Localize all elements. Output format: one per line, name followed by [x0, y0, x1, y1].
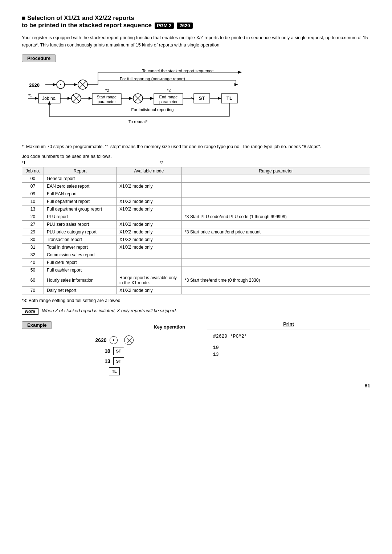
table-cell: X1/X2 mode only	[117, 244, 182, 251]
svg-text:*1: *1	[28, 93, 32, 98]
table-cell: 29	[22, 228, 44, 236]
table-row: 40Full clerk report	[22, 259, 370, 266]
key-row-tl: TL	[109, 367, 120, 375]
procedure-diagram: To cancel the stacked report sequence 26…	[22, 66, 370, 139]
table-cell	[117, 251, 182, 259]
x-key-example	[124, 335, 134, 345]
svg-marker-19	[234, 83, 238, 86]
table-cell	[182, 175, 370, 183]
table-row: 29PLU price category reportX1/X2 mode on…	[22, 228, 370, 236]
table-cell: 70	[22, 287, 44, 294]
note-text: When Z of stacked report is initiated, X…	[42, 308, 177, 313]
table-cell	[182, 251, 370, 259]
table-cell	[182, 259, 370, 266]
note-label: Note	[22, 308, 38, 315]
svg-marker-22	[35, 97, 38, 100]
svg-text:End range: End range	[159, 95, 178, 99]
table-row: 07EAN zero sales reportX1/X2 mode only	[22, 183, 370, 190]
svg-text:2620: 2620	[29, 82, 40, 88]
table-cell: 40	[22, 259, 44, 266]
svg-text:parameter: parameter	[98, 99, 116, 104]
title-line2: to be printed in the stacked report sequ…	[22, 22, 370, 29]
table-star1: *1	[22, 160, 25, 165]
svg-marker-37	[129, 97, 133, 100]
table-cell: Commission sales report	[44, 251, 117, 259]
table-cell: PLU report	[44, 213, 117, 221]
st-key-2: ST	[113, 357, 124, 365]
note-section: Note When Z of stacked report is initiat…	[22, 308, 370, 315]
table-row: 00General report	[22, 175, 370, 183]
table-cell: Daily net report	[44, 287, 117, 294]
table-cell: General report	[44, 175, 117, 183]
svg-marker-10	[74, 83, 78, 86]
table-cell: Hourly sales information	[44, 274, 117, 287]
table-cell: 31	[22, 244, 44, 251]
example-label: Example	[22, 321, 52, 329]
key-10: 10	[105, 348, 110, 354]
table-cell: X1/X2 mode only	[117, 287, 182, 294]
svg-marker-26	[68, 97, 71, 100]
print-line3: 13	[213, 352, 364, 357]
table-cell	[182, 287, 370, 294]
st-key-1: ST	[113, 347, 124, 355]
table-cell: 60	[22, 274, 44, 287]
key-row-13: 13 ST	[105, 357, 124, 365]
footnote1: *: Maximum 70 steps are programmable. "1…	[22, 143, 370, 150]
svg-text:To repeat*: To repeat*	[128, 119, 148, 124]
table-cell: EAN zero sales report	[44, 183, 117, 190]
title-line1: ■ Selection of X1/Z1 and X2/Z2 reports	[22, 15, 370, 22]
print-label: Print	[283, 321, 294, 327]
svg-text:•: •	[60, 82, 62, 87]
col-header-jobno: Job no.	[22, 167, 44, 175]
print-output: #2620 *PGM2* 10 13	[207, 330, 370, 373]
table-row: 31Total in drawer reportX1/X2 mode only	[22, 244, 370, 251]
table-row: 60Hourly sales informationRange report i…	[22, 274, 370, 287]
svg-text:parameter: parameter	[159, 99, 177, 104]
table-row: 30Transaction reportX1/X2 mode only	[22, 236, 370, 244]
table-cell	[182, 190, 370, 198]
table-cell: 09	[22, 190, 44, 198]
svg-text:ST: ST	[199, 95, 205, 101]
key-operation-label: Key operation	[154, 324, 185, 330]
example-section: Example Key operation 2620 • 10 ST	[22, 321, 370, 375]
pgm2-badge: PGM 2	[155, 23, 173, 29]
table-cell: 32	[22, 251, 44, 259]
table-cell: Full department report	[44, 198, 117, 205]
table-cell: X1/X2 mode only	[117, 183, 182, 190]
svg-text:For individual reporting: For individual reporting	[131, 107, 174, 112]
col-header-report: Report	[44, 167, 117, 175]
table-cell	[117, 259, 182, 266]
table-cell: *3 Start time/end time (0 through 2330)	[182, 274, 370, 287]
footnote3: *3: Both range setting and full setting …	[22, 298, 370, 303]
table-cell	[182, 221, 370, 228]
svg-marker-52	[218, 97, 221, 100]
table-row: 09Full EAN report	[22, 190, 370, 198]
table-cell: *3 Start price amount/end price amount	[182, 228, 370, 236]
table-row: 27PLU zero sales reportX1/X2 mode only	[22, 221, 370, 228]
key-row-10: 10 ST	[105, 347, 124, 355]
svg-marker-42	[150, 97, 154, 100]
print-line2: 10	[213, 345, 364, 350]
table-cell: 20	[22, 213, 44, 221]
svg-marker-31	[89, 97, 92, 100]
table-cell: *3 Start PLU code/end PLU code (1 throug…	[182, 213, 370, 221]
report-table: Job no. Report Available mode Range para…	[22, 167, 370, 294]
table-cell: 27	[22, 221, 44, 228]
table-cell: Full EAN report	[44, 190, 117, 198]
table-cell: 07	[22, 183, 44, 190]
svg-text:*2: *2	[105, 88, 109, 93]
table-cell	[182, 205, 370, 213]
diagram-svg: To cancel the stacked report sequence 26…	[22, 66, 334, 138]
svg-text:Start range: Start range	[97, 95, 117, 99]
example-number: 2620	[95, 337, 106, 343]
table-row: 70Daily net reportX1/X2 mode only	[22, 287, 370, 294]
table-cell: 10	[22, 198, 44, 205]
example-left: Example Key operation 2620 • 10 ST	[22, 321, 185, 375]
svg-text:Job no.: Job no.	[42, 96, 56, 101]
jobcode-intro: Job code numbers to be used are as follo…	[22, 154, 370, 159]
table-cell: PLU price category report	[44, 228, 117, 236]
table-cell: 13	[22, 205, 44, 213]
dot-key-example: •	[110, 336, 118, 344]
example-right: Print #2620 *PGM2* 10 13	[207, 321, 370, 373]
table-cell: 50	[22, 266, 44, 274]
